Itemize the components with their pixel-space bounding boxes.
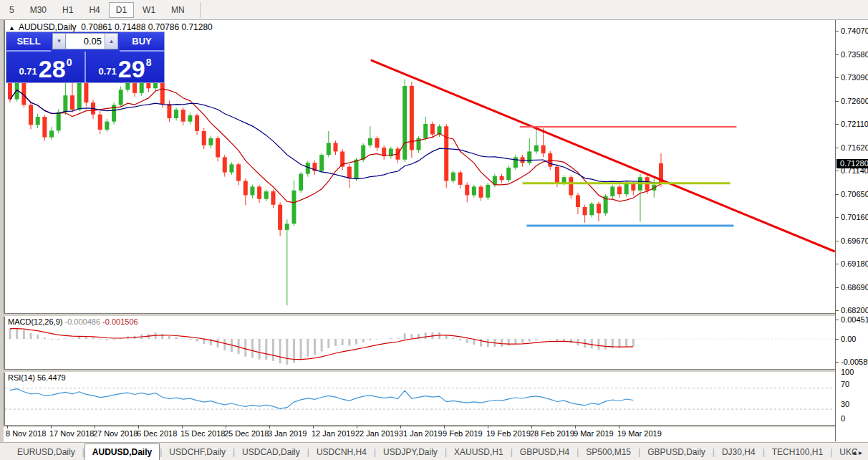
date-tick-mark [7,426,8,428]
tab-xauusd-h1[interactable]: XAUUSD,H1 [447,444,511,460]
candle-body [167,104,171,118]
volume-decrease-icon[interactable]: ▾ [52,33,66,49]
candle-body [548,153,552,167]
date-label: 31 Jan 2019 [399,429,443,438]
buy-button[interactable]: BUY [120,32,164,52]
candle-body [299,174,303,191]
one-click-trading-arrow[interactable]: ▲ [9,24,15,32]
one-click-trade-panel: SELL ▾ 0.05 ▴ BUY 0.71 28 0 0.71 29 8 [6,32,165,83]
timeframe-button-h1[interactable]: H1 [55,2,80,18]
date-label: 17 Nov 2018 [49,429,94,438]
candle-body [77,82,82,110]
candle-body [98,115,102,130]
buy-price-pip: 8 [146,57,152,68]
timeframe-button-h4[interactable]: H4 [82,2,107,18]
candle-body [513,157,518,168]
volume-stepper: ▾ 0.05 ▴ [52,33,118,49]
price-tick-label: 0.73580 [841,50,868,59]
candle-body [306,163,310,173]
candle-body [63,95,67,112]
candle-body [70,95,74,110]
date-tick-mark [226,426,226,428]
candle-body [271,191,275,205]
tab-usdcnh-h4[interactable]: USDCNH,H4 [309,444,374,460]
rsi-tick-label: 100 [841,368,854,376]
candle-body [264,191,269,199]
price-tick-mark [836,148,839,148]
price-tick-label: 0.69670 [841,236,868,245]
timeframe-toolbar: 5M30H1H4D1W1MN [0,0,868,20]
candle-body [36,117,40,125]
rsi-panel[interactable]: RSI(14) 56.4479 [5,372,835,426]
sell-price-button[interactable]: 0.71 28 0 [6,52,85,82]
buy-price-button[interactable]: 0.71 29 8 [85,52,164,82]
tab-usdcad-daily[interactable]: USDCAD,Daily [235,444,307,460]
candle-body [430,124,435,135]
price-tick-mark [836,77,839,78]
rsi-label: RSI(14) 56.4479 [8,373,66,382]
candle-body [597,203,601,213]
price-tick-label: 0.72600 [841,97,868,105]
price-tick-label: 0.73090 [841,73,868,82]
candle-body [229,164,233,172]
date-tick-mark [400,426,401,428]
candle-body [410,86,414,150]
candle-body [444,126,448,181]
date-tick-mark [269,426,270,428]
chart-tab-bar: EURUSD,Daily|AUDUSD,Daily|USDCHF,Daily|U… [0,442,868,460]
tab-tech100-h1[interactable]: TECH100,H1 [765,444,830,460]
tab-eurusd-daily[interactable]: EURUSD,Daily [10,444,82,460]
tab-usdjpy-daily[interactable]: USDJPY,Daily [376,444,445,460]
date-tick-mark [51,426,52,428]
volume-increase-icon[interactable]: ▴ [105,33,118,49]
tab-usdchf-daily[interactable]: USDCHF,Daily [162,444,233,460]
tab-audusd-daily[interactable]: AUDUSD,Daily [85,444,160,460]
price-tick-mark [836,101,839,102]
timeframe-button-5[interactable]: 5 [2,2,21,18]
tab-dj30-h4[interactable]: DJ30,H4 [715,444,763,460]
rsi-value: 56.4479 [37,373,66,382]
macd-label: MACD(12,26,9) -0.000486 -0.001506 [8,317,138,326]
candle-body [285,224,289,230]
macd-signal-value: -0.001506 [102,317,138,326]
price-tick-mark [836,124,839,125]
candle-body [188,115,192,122]
tab-scroll-arrows[interactable]: ◂▸ [852,449,865,456]
volume-input[interactable]: 0.05 [66,33,105,49]
tab-scroll-right-icon: ▸ [859,449,865,456]
tab-gbpusd-daily[interactable]: GBPUSD,Daily [640,444,713,460]
chart-ohlc-header: ▲AUDUSD,Daily 0.70861 0.71488 0.70786 0.… [9,22,213,32]
candle-body [119,90,123,105]
date-label: 25 Dec 2018 [224,429,269,438]
sell-button[interactable]: SELL [6,32,51,52]
candle-body [223,157,227,172]
candle-body [576,195,580,207]
tab-sp500-m15[interactable]: SP500,M15 [579,444,638,460]
ohlc-values: 0.70861 0.71488 0.70786 0.71280 [81,22,213,32]
date-label: 28 Feb 2019 [530,429,574,438]
rsi-chart-canvas[interactable] [5,372,835,426]
candle-body [174,110,178,118]
timeframe-button-mn[interactable]: MN [164,2,192,18]
candle-body [195,115,199,131]
date-tick-mark [357,426,357,428]
current-price-badge: 0.71280 [836,159,868,168]
sell-price-pip: 0 [67,57,72,68]
candle-body [486,185,490,198]
tab-gbpusd-h4[interactable]: GBPUSD,H4 [513,444,577,460]
candle-body [527,151,531,163]
timeframe-button-m30[interactable]: M30 [23,2,54,18]
macd-panel[interactable]: MACD(12,26,9) -0.000486 -0.001506 [5,316,835,370]
date-label: 15 Dec 2018 [180,429,225,438]
price-axis[interactable]: 0.740700.735800.730900.726000.721100.716… [835,20,868,441]
date-tick-mark [575,426,576,428]
date-axis[interactable]: 8 Nov 201817 Nov 201827 Nov 20186 Dec 20… [4,427,835,442]
timeframe-button-w1[interactable]: W1 [135,2,163,18]
date-label: 19 Mar 2019 [617,429,662,438]
candle-body [569,177,573,195]
rsi-tick-label: 30 [841,400,849,408]
price-tick-label: 0.68690 [841,283,868,292]
date-label: 9 Mar 2019 [574,429,614,438]
timeframe-button-d1[interactable]: D1 [109,2,134,18]
macd-tick-mark [836,320,839,320]
